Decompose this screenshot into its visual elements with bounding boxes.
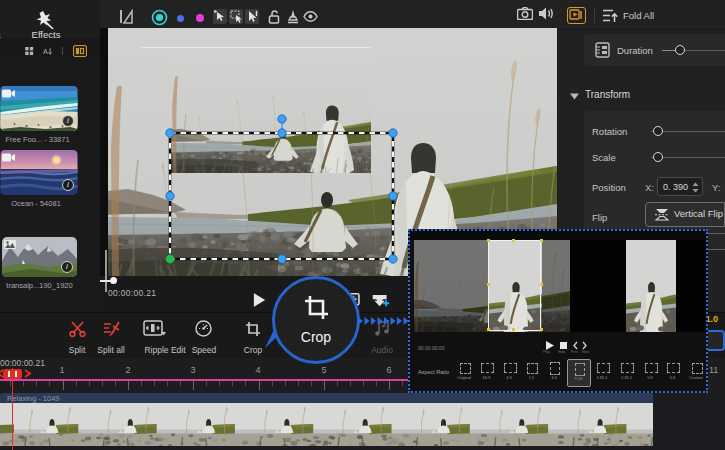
svg-text:A: A [43, 48, 48, 56]
